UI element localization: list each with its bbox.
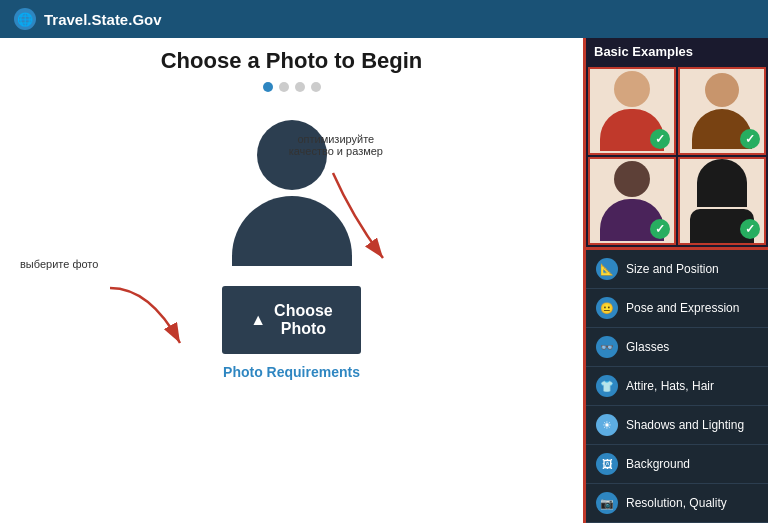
menu-label-background: Background — [626, 457, 690, 471]
page-title: Choose a Photo to Begin — [161, 48, 423, 74]
menu-label-resolution: Resolution, Quality — [626, 496, 727, 510]
annotation-left: выберите фото — [20, 258, 98, 270]
menu-label-attire: Attire, Hats, Hair — [626, 379, 714, 393]
menu-item-attire[interactable]: 👕 Attire, Hats, Hair — [586, 367, 768, 406]
main-layout: Choose a Photo to Begin выберите фото оп… — [0, 38, 768, 523]
basic-examples-label: Basic Examples — [586, 38, 768, 65]
glasses-icon: 👓 — [596, 336, 618, 358]
check-1: ✓ — [650, 129, 670, 149]
example-photo-1: ✓ — [588, 67, 676, 155]
choose-photo-label: ChoosePhoto — [274, 302, 333, 338]
attire-icon: 👕 — [596, 375, 618, 397]
sidebar: Basic Examples ✓ ✓ — [583, 38, 768, 523]
menu-item-resolution[interactable]: 📷 Resolution, Quality — [586, 484, 768, 523]
shadows-icon: ☀ — [596, 414, 618, 436]
arrow-to-sidebar — [273, 168, 393, 268]
size-position-icon: 📐 — [596, 258, 618, 280]
menu-item-pose[interactable]: 😐 Pose and Expression — [586, 289, 768, 328]
dot-2 — [279, 82, 289, 92]
upload-icon: ▲ — [250, 311, 266, 329]
pose-icon: 😐 — [596, 297, 618, 319]
resolution-icon: 📷 — [596, 492, 618, 514]
app-header: 🌐 Travel.State.Gov — [0, 0, 768, 38]
menu-item-background[interactable]: 🖼 Background — [586, 445, 768, 484]
example-photo-2: ✓ — [678, 67, 766, 155]
dot-1 — [263, 82, 273, 92]
progress-dots — [263, 82, 321, 92]
menu-item-shadows[interactable]: ☀ Shadows and Lighting — [586, 406, 768, 445]
center-area: Choose a Photo to Begin выберите фото оп… — [0, 38, 583, 523]
menu-label-shadows: Shadows and Lighting — [626, 418, 744, 432]
dot-3 — [295, 82, 305, 92]
menu-label-size-position: Size and Position — [626, 262, 719, 276]
example-photo-4: ✓ — [678, 157, 766, 245]
globe-icon: 🌐 — [14, 8, 36, 30]
menu-items-list: 📐 Size and Position 😐 Pose and Expressio… — [586, 247, 768, 523]
menu-label-pose: Pose and Expression — [626, 301, 739, 315]
annotation-right: оптимизируйте качество и размер — [289, 133, 383, 157]
menu-item-size-position[interactable]: 📐 Size and Position — [586, 250, 768, 289]
photo-grid: ✓ ✓ ✓ — [586, 65, 768, 247]
choose-photo-button[interactable]: ▲ ChoosePhoto — [222, 286, 361, 354]
photo-requirements-link[interactable]: Photo Requirements — [223, 364, 360, 380]
check-4: ✓ — [740, 219, 760, 239]
menu-label-glasses: Glasses — [626, 340, 669, 354]
background-icon: 🖼 — [596, 453, 618, 475]
check-2: ✓ — [740, 129, 760, 149]
check-3: ✓ — [650, 219, 670, 239]
dot-4 — [311, 82, 321, 92]
menu-item-glasses[interactable]: 👓 Glasses — [586, 328, 768, 367]
example-photo-3: ✓ — [588, 157, 676, 245]
header-title: Travel.State.Gov — [44, 11, 162, 28]
arrow-to-choose — [100, 278, 200, 358]
